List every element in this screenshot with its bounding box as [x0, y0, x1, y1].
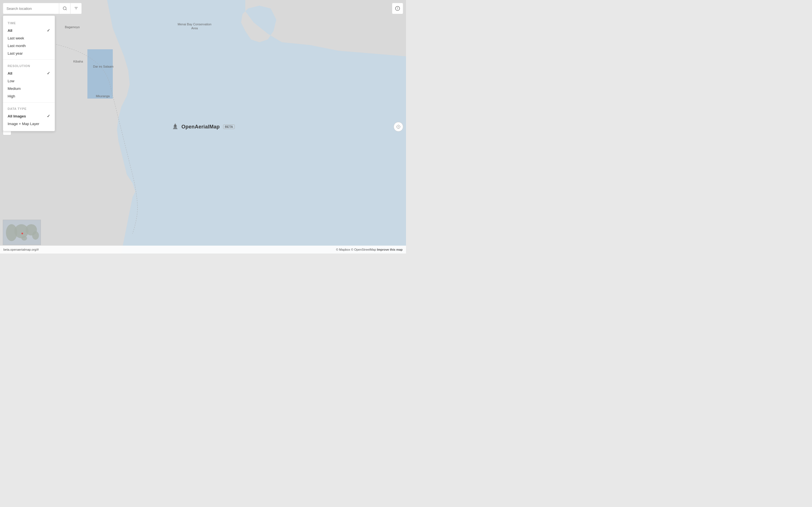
- resolution-all-option[interactable]: All ✓: [3, 69, 55, 77]
- time-last-month-option[interactable]: Last month: [3, 42, 55, 50]
- time-last-week-option[interactable]: Last week: [3, 34, 55, 42]
- search-button[interactable]: [59, 3, 70, 14]
- resolution-medium-option[interactable]: Medium: [3, 85, 55, 93]
- svg-text:Kibaha: Kibaha: [73, 60, 83, 63]
- svg-text:Menai Bay Conservation: Menai Bay Conservation: [177, 22, 211, 26]
- filter-panel: TIME All ✓ Last week Last month Last yea…: [3, 15, 55, 131]
- svg-text:Bagamoyo: Bagamoyo: [65, 25, 80, 29]
- svg-text:Mkuranga: Mkuranga: [96, 94, 110, 98]
- data-type-image-map-layer-option[interactable]: Image + Map Layer: [3, 120, 55, 128]
- check-icon-res: ✓: [47, 71, 50, 75]
- divider-2: [3, 102, 55, 103]
- search-input[interactable]: [3, 3, 59, 14]
- time-last-year-option[interactable]: Last year: [3, 50, 55, 57]
- divider-1: [3, 59, 55, 60]
- resolution-low-option[interactable]: Low: [3, 77, 55, 85]
- resolution-section-label: RESOLUTION: [3, 62, 55, 69]
- bottom-bar: beta.openaerialmap.org/# © Mapbox © Open…: [0, 245, 406, 253]
- svg-text:Dar es Salaam: Dar es Salaam: [93, 65, 114, 68]
- data-type-section-label: DATA TYPE: [3, 105, 55, 112]
- map-attribution: © Mapbox © OpenStreetMap Improve this ma…: [336, 248, 403, 251]
- minimap: [3, 220, 41, 245]
- search-container: [3, 3, 82, 14]
- svg-point-31: [398, 126, 399, 127]
- svg-text:Area: Area: [191, 26, 198, 30]
- time-section-label: TIME: [3, 19, 55, 26]
- page-url: beta.openaerialmap.org/#: [3, 248, 39, 251]
- svg-point-41: [21, 236, 27, 240]
- data-type-all-images-option[interactable]: All Images ✓: [3, 112, 55, 120]
- check-icon: ✓: [47, 28, 50, 33]
- svg-line-21: [66, 9, 66, 10]
- svg-point-30: [397, 125, 400, 128]
- svg-point-42: [21, 233, 23, 234]
- svg-point-20: [63, 7, 66, 10]
- filter-button[interactable]: [70, 3, 82, 14]
- check-icon-dt: ✓: [47, 114, 50, 118]
- improve-map-link[interactable]: Improve this map: [377, 248, 403, 251]
- resolution-high-option[interactable]: High: [3, 93, 55, 100]
- svg-rect-12: [87, 49, 113, 99]
- time-all-option[interactable]: All ✓: [3, 26, 55, 34]
- location-button[interactable]: [394, 122, 403, 131]
- svg-point-40: [32, 231, 39, 240]
- info-button[interactable]: [392, 3, 403, 14]
- map[interactable]: Menai Bay Conservation Area Bagamoyo Cha…: [0, 0, 406, 253]
